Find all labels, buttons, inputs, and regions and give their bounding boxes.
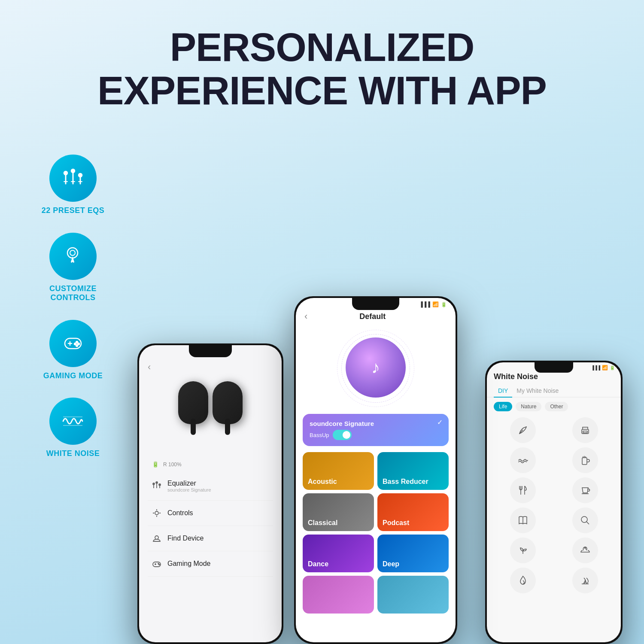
left-phone-content: ‹ 🔋: [139, 345, 282, 585]
plant-icon: [517, 544, 529, 556]
dance-label: Dance: [308, 560, 328, 568]
noise-item-fire[interactable]: [494, 568, 552, 593]
check-icon: ✓: [437, 418, 443, 426]
noise-grid: [487, 416, 621, 595]
right-wifi: 📶: [602, 365, 608, 371]
gaming-label: GAMING MODE: [43, 371, 103, 381]
preset-eqs-label: 22 PRESET EQS: [42, 206, 105, 216]
svg-line-47: [586, 522, 589, 524]
svg-point-27: [155, 536, 158, 539]
center-phone: ▐▐▐ 📶 🔋 ‹ Default ♪ ✓: [294, 296, 457, 644]
magnifier-icon: [579, 514, 591, 526]
fork-knife-icon: [517, 484, 529, 496]
eq-card-title: soundcore Signature: [310, 420, 442, 427]
customize-circle: [49, 233, 97, 280]
noise-item-cup[interactable]: [556, 477, 614, 503]
eq-active-card[interactable]: ✓ soundcore Signature BassUp: [303, 414, 449, 446]
noise-item-waves[interactable]: [494, 447, 552, 473]
eq-tile-deep[interactable]: Deep: [377, 535, 449, 572]
svg-rect-35: [583, 431, 587, 433]
feature-white-noise: WHITE NOISE: [46, 398, 100, 459]
subtab-life[interactable]: Life: [494, 402, 512, 411]
campfire-icon: [579, 574, 591, 586]
leaf-icon: [517, 424, 529, 436]
noise-item-search[interactable]: [556, 507, 614, 533]
left-phone: ‹ 🔋: [137, 343, 283, 644]
menu-item-equalizer[interactable]: Equalizer soundcore Signature: [148, 472, 273, 501]
bassup-toggle[interactable]: [333, 430, 352, 440]
subtab-life-label: Life: [499, 404, 507, 410]
right-phone-screen: ▐▐▐ 📶 🔋 White Noise DIY My White Noise L…: [487, 362, 621, 642]
eq-tile-partial1[interactable]: [303, 576, 374, 614]
white-noise-label: WHITE NOISE: [46, 449, 100, 459]
tab-diy[interactable]: DIY: [494, 385, 512, 398]
music-disc: ♪: [346, 337, 406, 398]
battery-icon: 🔋: [152, 461, 159, 468]
gaming-circle: [49, 320, 97, 367]
svg-point-5: [79, 173, 82, 177]
noise-item-plant[interactable]: [494, 538, 552, 563]
wifi-icon: 📶: [432, 301, 439, 307]
svg-point-16: [74, 343, 76, 345]
signal-icon: ▐▐▐: [419, 301, 430, 307]
headline-line1: PERSONALIZED: [170, 25, 474, 69]
eq-tile-partial2[interactable]: [377, 576, 449, 614]
equalizer-menu-label: Equalizer: [167, 480, 211, 487]
eq-tile-podcast[interactable]: Podcast: [377, 493, 449, 531]
menu-items: Equalizer soundcore Signature Controls: [148, 472, 273, 577]
find-device-menu-icon: [152, 534, 161, 543]
cup-icon: [579, 484, 591, 496]
back-arrow[interactable]: ‹: [304, 311, 307, 322]
eq-tile-acoustic[interactable]: Acoustic: [303, 452, 374, 490]
svg-point-15: [78, 343, 79, 345]
classical-label: Classical: [308, 519, 337, 527]
preset-eqs-circle: [49, 155, 97, 202]
tab-my-white-noise-label: My White Noise: [516, 387, 559, 394]
eq-tile-bass-reducer[interactable]: Bass Reducer: [377, 452, 449, 490]
equalizer-menu-icon: [152, 481, 161, 491]
controls-menu-label: Controls: [167, 509, 193, 517]
feature-preset-eqs: 22 PRESET EQS: [42, 155, 105, 216]
right-signal: ▐▐▐: [591, 365, 600, 370]
gaming-menu-icon: [152, 559, 161, 568]
tab-my-white-noise[interactable]: My White Noise: [512, 385, 563, 397]
noise-item-fork-knife[interactable]: [494, 477, 552, 503]
printer-icon: [579, 424, 591, 436]
subtab-other[interactable]: Other: [545, 402, 568, 411]
beer-icon: [579, 454, 591, 466]
menu-item-controls[interactable]: Controls: [148, 501, 273, 526]
noise-item-island[interactable]: [556, 538, 614, 563]
waveform-icon: [61, 410, 85, 433]
gamepad-icon: [61, 331, 85, 355]
svg-point-23: [153, 483, 155, 485]
bass-reducer-label: Bass Reducer: [383, 478, 428, 486]
page-header: PERSONALIZED EXPERIENCE WITH APP: [0, 0, 644, 125]
book-icon: [517, 514, 529, 526]
subtab-other-label: Other: [550, 404, 563, 410]
headline-line2: EXPERIENCE WITH APP: [97, 69, 547, 112]
menu-item-gaming[interactable]: Gaming Mode: [148, 551, 273, 577]
right-tabs: DIY My White Noise: [487, 385, 621, 398]
noise-item-beer[interactable]: [556, 447, 614, 473]
status-icons: ▐▐▐ 📶 🔋: [419, 301, 447, 307]
eq-tile-classical[interactable]: Classical: [303, 493, 374, 531]
right-sub-tabs: Life Nature Other: [487, 402, 621, 416]
svg-point-10: [70, 250, 75, 255]
touch-icon: [61, 244, 85, 268]
bassup-row: BassUp: [310, 430, 442, 440]
equalizer-icon: [61, 167, 85, 190]
noise-item-fire2[interactable]: [556, 568, 614, 593]
noise-item-book[interactable]: [494, 507, 552, 533]
svg-point-24: [156, 482, 158, 483]
svg-point-14: [76, 341, 78, 343]
subtab-nature[interactable]: Nature: [516, 402, 541, 411]
noise-item-printer[interactable]: [556, 417, 614, 443]
eq-tile-dance[interactable]: Dance: [303, 535, 374, 572]
menu-item-find-device[interactable]: Find Device: [148, 526, 273, 551]
customize-label: CUSTOMIZECONTROLS: [49, 284, 97, 303]
white-noise-circle: [49, 398, 97, 445]
eq-grid: Acoustic Bass Reducer Classical Podcast …: [296, 449, 456, 617]
noise-item-leaf[interactable]: [494, 417, 552, 443]
bassup-label: BassUp: [310, 432, 329, 438]
center-phone-notch: [352, 298, 399, 310]
